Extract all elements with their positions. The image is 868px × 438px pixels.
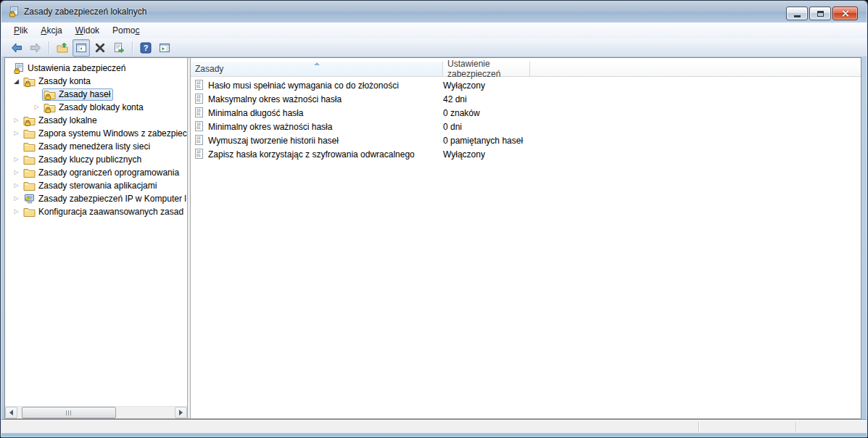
up-one-level-button[interactable] xyxy=(54,39,71,57)
toolbar-separator xyxy=(132,41,133,54)
scrollbar-thumb[interactable] xyxy=(22,407,116,418)
tree-item[interactable]: Zasady kluczy publicznych xyxy=(5,153,187,166)
policy-row[interactable]: 10 01 Minimalny okres ważności hasła 0 d… xyxy=(191,120,861,133)
tree-item-icon xyxy=(44,89,56,100)
policy-row[interactable]: 10 01 Hasło musi spełniać wymagania co d… xyxy=(191,78,861,92)
export-list-button[interactable] xyxy=(110,39,128,57)
scrollbar-track[interactable] xyxy=(17,407,175,418)
expand-arrow-icon[interactable] xyxy=(11,75,22,88)
scroll-left-button[interactable] xyxy=(5,407,17,418)
tree-item-label: Ustawienia zabezpieczeń xyxy=(28,63,125,73)
policy-name: Minimalny okres ważności hasła xyxy=(208,122,443,132)
menu-item[interactable]: Akcja xyxy=(34,22,68,38)
policy-setting: Wyłączony xyxy=(443,80,485,91)
expand-arrow-icon[interactable] xyxy=(31,101,42,114)
svg-text:10: 10 xyxy=(197,136,201,140)
show-hide-action-pane-button[interactable] xyxy=(156,39,173,57)
tree-item-icon xyxy=(12,63,25,74)
tree-item-icon xyxy=(23,207,36,218)
tree-item-icon xyxy=(23,76,36,87)
expand-arrow-icon[interactable] xyxy=(11,127,22,140)
tree-item-label: Zasady ograniczeń oprogramowania xyxy=(38,168,179,178)
policy-row[interactable]: 10 01 Maksymalny okres ważności hasła 42… xyxy=(191,92,861,106)
tree-item-icon xyxy=(23,128,36,139)
svg-text:01: 01 xyxy=(197,99,201,102)
tree-item[interactable]: Zasady lokalne xyxy=(5,114,187,127)
expand-arrow-icon[interactable] xyxy=(11,205,22,218)
show-hide-console-tree-button[interactable] xyxy=(73,39,90,57)
back-button[interactable] xyxy=(8,39,25,57)
tree-item-label: Zasady zabezpieczeń IP w Komputer l xyxy=(38,194,186,204)
up-one-level-icon xyxy=(57,42,68,54)
tree-item-icon xyxy=(23,194,36,204)
expand-arrow-icon[interactable] xyxy=(11,192,22,205)
tree-item[interactable]: Zasady sterowania aplikacjami xyxy=(5,179,187,192)
forward-icon xyxy=(30,42,41,54)
policy-row[interactable]: 10 01 Minimalna długość hasła 0 znaków xyxy=(191,106,861,120)
statusbar xyxy=(1,419,867,433)
tree-item-icon xyxy=(23,154,36,165)
tree-item-label: Konfiguracja zaawansowanych zasad xyxy=(38,207,183,217)
tree-item-icon xyxy=(44,102,56,113)
help-button[interactable]: ? xyxy=(137,39,154,57)
policy-row[interactable]: 10 01 Wymuszaj tworzenie historii haseł … xyxy=(191,133,861,147)
tree-item[interactable]: Konfiguracja zaawansowanych zasad xyxy=(5,205,187,218)
svg-text:10: 10 xyxy=(197,150,201,154)
menubar: Plik Akcja Widok Pomoc xyxy=(1,22,867,38)
svg-text:10: 10 xyxy=(197,123,201,126)
policy-document-icon: 10 01 xyxy=(194,121,204,132)
policy-name: Maksymalny okres ważności hasła xyxy=(208,94,443,104)
policy-setting: 0 pamiętanych haseł xyxy=(443,136,523,146)
policy-document-icon: 10 01 xyxy=(194,94,204,104)
delete-button[interactable] xyxy=(91,39,109,57)
policy-row[interactable]: 10 01 Zapisz hasła korzystając z szyfrow… xyxy=(191,147,861,161)
menu-item[interactable]: Plik xyxy=(7,22,34,38)
tree-item[interactable]: Zasady menedżera listy sieci xyxy=(5,140,187,153)
expand-arrow-icon[interactable] xyxy=(11,179,22,192)
policy-name: Wymuszaj tworzenie historii haseł xyxy=(208,136,443,146)
tree-item[interactable]: Zasady ograniczeń oprogramowania xyxy=(5,166,187,179)
maximize-icon xyxy=(817,11,824,17)
console-content: Ustawienia zabezpieczeń xyxy=(4,57,861,419)
statusbar-divider xyxy=(795,422,797,431)
tree-item[interactable]: Zasady konta xyxy=(5,75,187,88)
minimize-button[interactable] xyxy=(786,7,808,20)
statusbar-divider xyxy=(698,422,700,431)
tree-item-label: Zasady menedżera listy sieci xyxy=(38,141,150,152)
titlebar[interactable]: Zasady zabezpieczeń lokalnych xyxy=(1,1,867,22)
svg-text:01: 01 xyxy=(197,154,201,157)
policy-setting: 42 dni xyxy=(443,94,467,104)
tree-item[interactable]: Zasady blokady konta xyxy=(5,101,187,114)
scroll-right-button[interactable] xyxy=(175,407,187,418)
tree-item[interactable]: Zasady haseł xyxy=(5,88,187,101)
expand-arrow-icon[interactable] xyxy=(11,166,22,179)
minimize-icon xyxy=(794,15,801,17)
close-button[interactable] xyxy=(832,7,858,20)
forward-button[interactable] xyxy=(27,39,44,57)
scroll-left-icon xyxy=(7,410,13,416)
tree-item[interactable]: Zasady zabezpieczeń IP w Komputer l xyxy=(5,192,187,205)
column-header-zasady[interactable]: Zasady xyxy=(191,62,443,76)
policy-name: Minimalna długość hasła xyxy=(208,108,443,118)
help-icon: ? xyxy=(140,42,152,54)
scrollbar-grip-icon xyxy=(66,410,73,416)
sort-ascending-icon xyxy=(314,62,320,65)
tree-item-icon xyxy=(23,141,36,152)
close-icon xyxy=(841,9,849,17)
tree-item[interactable]: Zapora systemu Windows z zabezpiec xyxy=(5,127,187,140)
column-header-ustawienie-zabezpieczen[interactable]: Ustawienie zabezpieczeń xyxy=(443,62,530,76)
expand-arrow-icon[interactable] xyxy=(11,114,22,127)
tree-item-label: Zapora systemu Windows z zabezpiec xyxy=(38,128,187,139)
svg-text:10: 10 xyxy=(197,95,201,99)
menu-item[interactable]: Pomoc xyxy=(106,22,146,38)
horizontal-scrollbar[interactable] xyxy=(5,406,187,418)
tree-item[interactable]: Ustawienia zabezpieczeń xyxy=(5,62,187,75)
tree-item-label: Zasady sterowania aplikacjami xyxy=(38,181,157,191)
svg-text:?: ? xyxy=(144,44,149,52)
policy-document-icon: 10 01 xyxy=(194,80,204,91)
export-list-icon xyxy=(113,42,125,54)
policy-name: Zapisz hasła korzystając z szyfrowania o… xyxy=(208,149,443,160)
maximize-button[interactable] xyxy=(809,7,831,20)
expand-arrow-icon[interactable] xyxy=(11,153,22,166)
menu-item[interactable]: Widok xyxy=(69,22,106,38)
